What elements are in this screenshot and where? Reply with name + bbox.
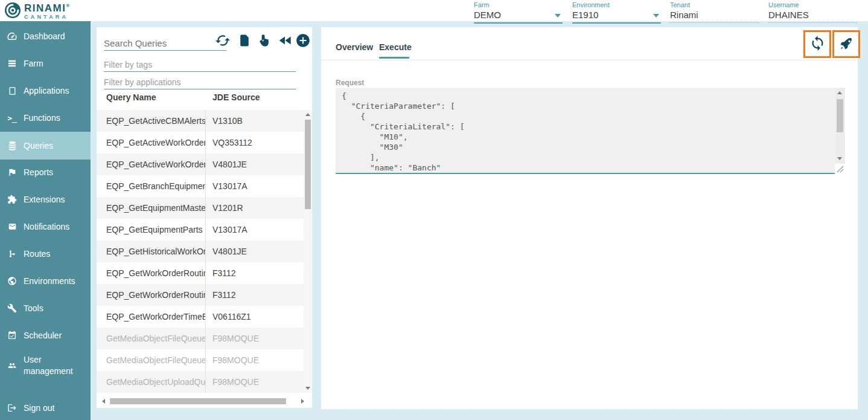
table-row[interactable]: EQP_GetEquipmentMasterV1201R bbox=[97, 197, 304, 219]
server-stack-icon bbox=[6, 59, 18, 68]
request-textarea[interactable]: { "CriteriaParameter": [ { "CriteriaLite… bbox=[336, 88, 845, 174]
sync-icon bbox=[809, 35, 826, 53]
scrollbar-thumb[interactable] bbox=[110, 398, 286, 404]
scroll-up-arrow-icon[interactable] bbox=[305, 113, 310, 116]
table-row[interactable]: GetMediaObjectFileQueuesF98MOQUE bbox=[97, 349, 304, 371]
sidebar-item-reports[interactable]: Reports bbox=[0, 163, 91, 181]
table-row[interactable]: EQP_GetActiveCBMAlertsV1310B bbox=[97, 110, 304, 132]
scrollbar-thumb[interactable] bbox=[837, 99, 843, 132]
sidebar-item-user-management[interactable]: User management bbox=[0, 351, 91, 381]
search-queries-input[interactable] bbox=[104, 36, 226, 51]
sidebar-item-functions[interactable]: >_ Functions bbox=[0, 109, 91, 127]
tab-execute[interactable]: Execute bbox=[379, 42, 412, 52]
add-query-button[interactable] bbox=[295, 33, 311, 50]
sidebar-item-routes[interactable]: Routes bbox=[0, 245, 91, 263]
scroll-right-arrow-icon[interactable] bbox=[301, 399, 304, 404]
rocket-icon bbox=[838, 36, 854, 53]
users-icon bbox=[6, 361, 18, 370]
username-value: DHAINES bbox=[768, 8, 857, 22]
execute-actions bbox=[803, 30, 860, 58]
branch-icon bbox=[6, 249, 18, 259]
top-bar: RINAMI® CANTARA Farm DEMO Environment E1… bbox=[0, 0, 868, 21]
rewind-icon bbox=[278, 33, 293, 50]
select-query-button[interactable] bbox=[255, 33, 272, 50]
table-horizontal-scrollbar[interactable] bbox=[101, 397, 305, 405]
sidebar-item-extensions[interactable]: Extensions bbox=[0, 190, 91, 208]
environment-label: Environment bbox=[572, 1, 661, 8]
refresh-icon bbox=[215, 33, 231, 50]
filter-applications-input[interactable] bbox=[104, 76, 296, 89]
farm-select[interactable]: Farm DEMO bbox=[474, 1, 563, 24]
chevron-down-icon[interactable] bbox=[653, 14, 659, 18]
tenant-value: Rinami bbox=[670, 8, 759, 22]
dashboard-gauge-icon bbox=[6, 31, 18, 42]
table-row[interactable]: EQP_GetActiveWorkOrderRVQ353112 bbox=[97, 132, 304, 153]
scroll-left-arrow-icon[interactable] bbox=[102, 399, 105, 404]
table-row[interactable]: EQP_GetBranchEquipmentV13017A bbox=[97, 175, 304, 197]
table-header: Query Name JDE Source bbox=[97, 92, 304, 109]
active-tab-indicator bbox=[379, 57, 409, 59]
query-table: EQP_GetActiveCBMAlertsV1310B EQP_GetActi… bbox=[97, 110, 304, 393]
sidebar-item-scheduler[interactable]: Scheduler bbox=[0, 326, 91, 344]
farm-label: Farm bbox=[474, 1, 563, 8]
table-row[interactable]: EQP_GetHistoricalWorkOrdV4801JE bbox=[97, 241, 304, 262]
wrench-icon bbox=[6, 303, 18, 313]
query-detail-panel: Overview Execute Request { "CriteriaPara… bbox=[321, 27, 858, 409]
sidebar: Dashboard Farm Applications >_ Functions… bbox=[0, 21, 91, 420]
table-row[interactable]: GetMediaObjectFileQueueF98MOQUE bbox=[97, 328, 304, 349]
brand-logo: RINAMI® CANTARA bbox=[4, 2, 69, 21]
rewind-button[interactable] bbox=[277, 33, 294, 50]
hand-pointer-icon bbox=[257, 33, 271, 50]
environment-value: E1910 bbox=[572, 8, 661, 22]
sign-out-icon bbox=[6, 403, 18, 413]
flag-icon bbox=[6, 167, 18, 177]
table-vertical-scrollbar[interactable] bbox=[304, 110, 312, 393]
sidebar-item-farm[interactable]: Farm bbox=[0, 54, 91, 73]
textarea-resize-handle[interactable] bbox=[835, 164, 845, 174]
execute-query-button[interactable] bbox=[832, 30, 860, 58]
sidebar-item-tools[interactable]: Tools bbox=[0, 299, 91, 317]
chevron-down-icon[interactable] bbox=[555, 14, 561, 18]
table-row[interactable]: EQP_GetWorkOrderTimeEnV06116Z1 bbox=[97, 306, 304, 328]
sidebar-item-applications[interactable]: Applications bbox=[0, 82, 91, 100]
table-row[interactable]: EQP_GetActiveWorkOrdersV4801JE bbox=[97, 153, 304, 175]
filter-tags-input[interactable] bbox=[104, 58, 296, 72]
farm-value: DEMO bbox=[474, 8, 563, 22]
sidebar-item-environments[interactable]: Environments bbox=[0, 272, 91, 290]
environment-select[interactable]: Environment E1910 bbox=[572, 1, 661, 24]
terminal-prompt-icon: >_ bbox=[6, 114, 18, 123]
sidebar-item-dashboard[interactable]: Dashboard bbox=[0, 27, 91, 45]
scroll-up-arrow-icon[interactable] bbox=[837, 91, 842, 94]
sidebar-item-notifications[interactable]: Notifications bbox=[0, 218, 91, 236]
table-row[interactable]: EQP_GetWorkOrderRoutingF3112 bbox=[97, 262, 304, 284]
scroll-down-arrow-icon[interactable] bbox=[837, 157, 842, 160]
export-excel-button[interactable]: x bbox=[236, 33, 253, 50]
username-field: Username DHAINES bbox=[768, 1, 857, 23]
request-label: Request bbox=[336, 79, 364, 87]
table-row[interactable]: EQP_GetEquipmentPartsV13017A bbox=[97, 219, 304, 241]
svg-text:x: x bbox=[243, 39, 246, 44]
brand-logo-icon bbox=[4, 2, 21, 21]
excel-file-icon: x bbox=[238, 33, 251, 50]
puzzle-icon bbox=[6, 195, 18, 204]
registered-mark: ® bbox=[66, 3, 69, 8]
refresh-queries-button[interactable] bbox=[214, 33, 231, 50]
sidebar-item-sign-out[interactable]: Sign out bbox=[0, 399, 91, 417]
column-header-jde-source: JDE Source bbox=[212, 92, 260, 102]
table-row[interactable]: GetMediaObjectUploadQueF98MOQUE bbox=[97, 371, 304, 393]
table-row[interactable]: EQP_GetWorkOrderRoutingF3112 bbox=[97, 284, 304, 306]
queries-panel: x Query Name JDE Source EQP_GetActiveCBM… bbox=[97, 27, 312, 408]
sidebar-item-queries[interactable]: Queries bbox=[0, 132, 91, 160]
globe-icon bbox=[6, 276, 18, 286]
scroll-down-arrow-icon[interactable] bbox=[305, 387, 310, 390]
brand-name: RINAMI® bbox=[24, 3, 69, 13]
tab-overview[interactable]: Overview bbox=[336, 42, 373, 52]
tab-divider bbox=[321, 60, 858, 60]
refresh-request-button[interactable] bbox=[803, 30, 831, 58]
app-window: RINAMI® CANTARA Farm DEMO Environment E1… bbox=[0, 0, 868, 420]
envelope-icon bbox=[6, 222, 18, 231]
add-circle-icon bbox=[295, 33, 311, 50]
username-label: Username bbox=[768, 1, 857, 8]
scrollbar-thumb[interactable] bbox=[305, 120, 311, 209]
textarea-vertical-scrollbar[interactable] bbox=[835, 88, 844, 163]
